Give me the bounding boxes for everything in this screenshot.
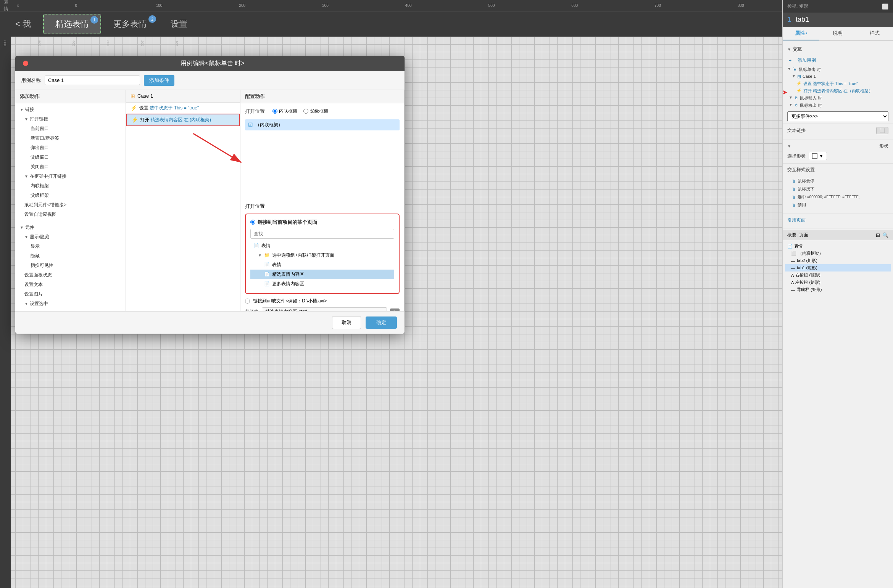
btree-right-btn[interactable]: A 右按钮 (矩形) bbox=[785, 272, 891, 279]
tree-toggle-visible[interactable]: 切换可见性 bbox=[15, 261, 126, 270]
tree-scroll-anchor[interactable]: 滚动到元件<锚链接> bbox=[15, 200, 126, 210]
int-mouse-click[interactable]: ▼ 🖱 鼠标单击 时 bbox=[786, 66, 890, 73]
style-disabled-label: 禁用 bbox=[798, 202, 806, 208]
tree-parent-window[interactable]: 父级窗口 bbox=[15, 153, 126, 162]
interaction-tree: ▼ 🖱 鼠标单击 时 ▼ ⊞ Case 1 ⚡ 设置 选中状态于 This = … bbox=[783, 66, 893, 109]
file-folder[interactable]: ▼ 📁 选中选项组+内联框架打开页面 bbox=[250, 251, 394, 260]
radio-parent-frame[interactable]: 父级框架 bbox=[303, 108, 328, 114]
int-mouse-enter[interactable]: ▼ 🖱 鼠标移入 时 bbox=[786, 95, 890, 102]
tabs-row: < 我 1 精选表情 2 更多表情 设置 bbox=[0, 11, 782, 37]
mouse-enter-arrow: ▼ bbox=[789, 95, 793, 100]
tree-set-selected[interactable]: ▼ 设置选中 bbox=[15, 299, 126, 308]
tree-element[interactable]: ▼ 元件 bbox=[15, 223, 126, 232]
btree-biaojing[interactable]: 📄 表情 bbox=[785, 243, 891, 250]
shape-selector[interactable]: ▼ bbox=[809, 152, 827, 160]
tab-properties[interactable]: 属性• bbox=[783, 27, 819, 40]
style-mousedown-label: 鼠标按下 bbox=[798, 186, 814, 192]
btree-left-btn[interactable]: A 左按钮 (矩形) bbox=[785, 279, 891, 286]
btree-tab2[interactable]: — tab2 (矩形) bbox=[785, 257, 891, 264]
tree-set-panel-state[interactable]: 设置面板状态 bbox=[15, 270, 126, 280]
tree-new-window[interactable]: 新窗口/新标签 bbox=[15, 133, 126, 143]
style-mousedown[interactable]: 🖱 鼠标按下 bbox=[792, 185, 884, 193]
int-action-open[interactable]: ➤ ⚡ 打开 精选表情内容区 在（内联框架） bbox=[786, 87, 890, 95]
style-selected[interactable]: 🖱 选中 #000000; #FFFFFF; #FFFFFF; bbox=[792, 193, 884, 201]
tree-popup[interactable]: 弹出窗口 bbox=[15, 143, 126, 153]
usecase-input[interactable] bbox=[45, 76, 140, 85]
modal-close-btn[interactable] bbox=[23, 61, 28, 66]
file-biaojing2[interactable]: 📄 表情 bbox=[250, 260, 394, 270]
more-events-select[interactable]: 更多事件>>> bbox=[787, 111, 888, 121]
tree-link[interactable]: ▼ 链接 bbox=[15, 105, 126, 114]
section-toggle-icon[interactable]: ▼ bbox=[787, 47, 791, 51]
tab-gengduo-label: 更多表情 bbox=[113, 18, 147, 30]
filter-icon[interactable]: ⊞ bbox=[876, 232, 880, 238]
tree-open-link[interactable]: ▼ 打开链接 bbox=[15, 114, 126, 124]
panel-tab-name: tab1 bbox=[796, 16, 809, 24]
hyperlink-input[interactable] bbox=[262, 307, 387, 311]
shape-label-row: ▼ 形状 bbox=[787, 143, 888, 149]
radio-parent-frame-input[interactable] bbox=[303, 109, 308, 114]
tab-jingxuan[interactable]: 1 精选表情 bbox=[43, 14, 101, 34]
int-mouse-leave[interactable]: ▼ 🖱 鼠标移出 时 bbox=[786, 102, 890, 109]
tree-adaptive-view[interactable]: 设置自适应视图 bbox=[15, 210, 126, 219]
text-link-toggle[interactable]: ⬜ bbox=[876, 127, 888, 134]
file-gengduo[interactable]: 📄 更多表情内容区 bbox=[250, 279, 394, 289]
title-bar: 表情 × 0 100 200 300 400 500 600 700 800 bbox=[0, 0, 782, 11]
file-icon-2: 📄 bbox=[264, 262, 270, 267]
right-panel-expand[interactable]: ⬜ bbox=[882, 3, 888, 10]
checkbox-inline-frame[interactable]: ☑ （内联框架） bbox=[245, 119, 400, 130]
tree-set-text[interactable]: 设置文本 bbox=[15, 280, 126, 289]
col2-header: ⊞ Case 1 bbox=[126, 90, 240, 103]
config-content: 打开位置 内联框架 父级框架 bbox=[240, 103, 404, 311]
tree-show-hide[interactable]: ▼ 显示/隐藏 bbox=[15, 232, 126, 242]
tree-parent-frame[interactable]: 父级框架 bbox=[15, 191, 126, 200]
tab-style[interactable]: 样式 bbox=[856, 27, 893, 40]
style-selected-label: 选中 #000000; #FFFFFF; #FFFFFF; bbox=[798, 194, 859, 200]
tab-back[interactable]: < 我 bbox=[4, 14, 42, 34]
arrow-down-icon: ▼ bbox=[24, 302, 28, 306]
search-icon[interactable]: 🔍 bbox=[882, 232, 888, 238]
add-usecase-link[interactable]: 添加用例 bbox=[793, 56, 820, 64]
tree-inline-frame[interactable]: 内联框架 bbox=[15, 181, 126, 191]
tab-gengduo[interactable]: 2 更多表情 bbox=[102, 14, 158, 34]
col-config: 配置动作 打开位置 内联框架 bbox=[240, 90, 405, 311]
inspect-label: 检视: 矩形 bbox=[787, 3, 808, 10]
cancel-button[interactable]: 取消 bbox=[332, 316, 361, 329]
tab-shezhi[interactable]: 设置 bbox=[159, 14, 199, 34]
action-open-frame[interactable]: ⚡ 打开 精选表情内容区 在 (内联框架) bbox=[126, 114, 240, 126]
tree-current-window[interactable]: 当前窗口 bbox=[15, 124, 126, 133]
action-tree: ▼ 链接 ▼ 打开链接 当前窗口 新窗口/新标签 弹出窗口 父级窗口 关闭 bbox=[15, 103, 126, 310]
int-action-set[interactable]: ⚡ 设置 选中状态于 This = "true" bbox=[786, 80, 890, 87]
radio-inline-frame-input[interactable] bbox=[272, 109, 277, 114]
btree-navbar[interactable]: — 导航栏 (矩形) bbox=[785, 286, 891, 293]
bottom-header: 概要: 页面 ⊞ 🔍 bbox=[783, 230, 893, 240]
right-arrow-icon: ➤ bbox=[783, 88, 788, 96]
add-condition-btn[interactable]: 添加条件 bbox=[144, 75, 174, 86]
panel-close[interactable]: × bbox=[16, 3, 19, 8]
url-radio-label: 链接到url或文件<例如：D:\小楼.avi> bbox=[253, 298, 327, 304]
file-search-input[interactable] bbox=[250, 229, 394, 239]
tree-close-window[interactable]: 关闭窗口 bbox=[15, 162, 126, 172]
style-hover[interactable]: 🖱 鼠标悬停 bbox=[792, 177, 884, 185]
tree-set-image[interactable]: 设置图片 bbox=[15, 289, 126, 299]
file-biaojing[interactable]: 📄 表情 bbox=[250, 241, 394, 251]
btree-tab1[interactable]: — tab1 (矩形) bbox=[785, 264, 891, 272]
tree-open-in-frame[interactable]: ▼ 在框架中打开链接 bbox=[15, 172, 126, 181]
checkbox-icon: ☑ bbox=[248, 122, 253, 128]
confirm-button[interactable]: 确定 bbox=[366, 316, 397, 329]
mouse-leave-label: 鼠标移出 时 bbox=[800, 103, 822, 108]
style-disabled[interactable]: 🖱 禁用 bbox=[792, 201, 884, 209]
shape-toggle-icon[interactable]: ▼ bbox=[787, 144, 791, 148]
tree-show[interactable]: 显示 bbox=[15, 242, 126, 251]
action-set-selected[interactable]: ⚡ 设置 选中状态于 This = "true" bbox=[126, 103, 240, 114]
tree-hide[interactable]: 隐藏 bbox=[15, 251, 126, 261]
file-jingxuan-selected[interactable]: 📄 精选表情内容区 bbox=[250, 270, 394, 279]
radio-current-project[interactable] bbox=[250, 220, 255, 225]
fx-button[interactable]: fx bbox=[390, 308, 400, 311]
radio-inline-frame[interactable]: 内联框架 bbox=[272, 108, 297, 114]
tab-description[interactable]: 说明 bbox=[819, 27, 856, 40]
int-case1[interactable]: ▼ ⊞ Case 1 bbox=[786, 73, 890, 80]
btree-inline-frame[interactable]: ⬜ （内联框架） bbox=[785, 250, 891, 257]
radio-url[interactable] bbox=[245, 299, 250, 304]
ref-page-link[interactable]: 引用页面 bbox=[787, 217, 806, 223]
